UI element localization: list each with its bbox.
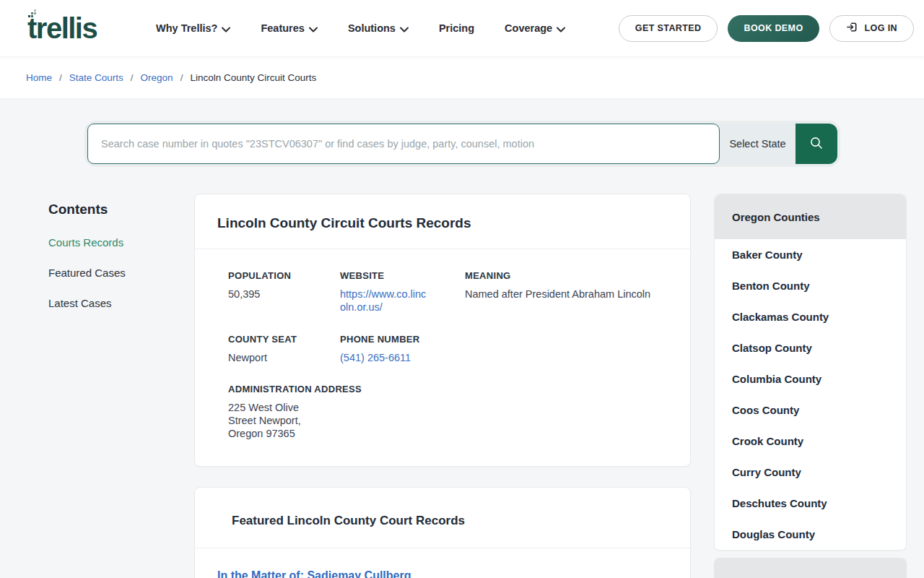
featured-case-link[interactable]: In the Matter of: Sadiemay Cullberg — [217, 569, 668, 578]
page-title: Lincoln County Circuit Courts Records — [217, 215, 668, 231]
county-item-coos[interactable]: Coos County — [715, 394, 906, 426]
featured-cases-card: Featured Lincoln County Court Records In… — [194, 487, 691, 578]
county-item-deschutes[interactable]: Deschutes County — [715, 488, 906, 519]
magnifier-icon — [808, 135, 824, 153]
next-panel-header[interactable] — [714, 558, 907, 578]
nav-item-pricing[interactable]: Pricing — [439, 22, 474, 34]
fact-label: COUNTY SEAT — [228, 334, 340, 345]
page-content: Select State Contents Courts Records Fea… — [0, 99, 924, 578]
nav-item-features[interactable]: Features — [261, 22, 317, 35]
breadcrumb: Home / State Courts / Oregon / Lincoln C… — [26, 72, 316, 83]
fact-county-seat: COUNTY SEAT Newport — [228, 334, 340, 364]
breadcrumb-oregon[interactable]: Oregon — [141, 72, 173, 83]
fact-population: POPULATION 50,395 — [228, 270, 340, 314]
chevron-down-icon — [557, 23, 565, 35]
chevron-down-icon — [400, 23, 409, 35]
fact-label: MEANING — [465, 270, 668, 281]
contents-title: Contents — [48, 202, 126, 217]
main-navigation: Why Trellis? Features Solutions Pricing … — [156, 22, 565, 35]
fact-label: PHONE NUMBER — [340, 334, 465, 345]
website-link[interactable]: https://www.co.lincoln.or.us/ — [340, 288, 431, 314]
log-in-button[interactable]: LOG IN — [829, 15, 914, 42]
fact-value: Named after President Abraham Lincoln — [465, 288, 668, 301]
nav-item-coverage[interactable]: Coverage — [505, 22, 565, 35]
fact-label: ADMINISTRATION ADDRESS — [228, 384, 340, 394]
county-item-crook[interactable]: Crook County — [715, 426, 906, 457]
fact-meaning: MEANING Named after President Abraham Li… — [465, 270, 668, 314]
chevron-down-icon — [222, 23, 230, 35]
fact-administration-address: ADMINISTRATION ADDRESS 225 West Olive St… — [228, 384, 340, 441]
fact-value: Newport — [228, 351, 340, 364]
chevron-down-icon — [309, 23, 318, 35]
case-search-bar: Select State — [87, 124, 837, 164]
fact-label: WEBSITE — [340, 270, 465, 281]
breadcrumb-separator: / — [59, 72, 62, 83]
search-button[interactable] — [796, 124, 837, 164]
featured-cases-title: Featured Lincoln County Court Records — [232, 514, 668, 528]
site-header: trellis Why Trellis? Features Solutions … — [0, 0, 924, 56]
breadcrumb-current-page: Lincoln County Circuit Courts — [190, 72, 316, 83]
county-item-columbia[interactable]: Columbia County — [715, 363, 906, 394]
logo-pixel-icon — [28, 9, 38, 18]
county-item-baker[interactable]: Baker County — [715, 239, 906, 270]
court-card-header: Lincoln County Circuit Courts Records — [195, 194, 690, 249]
contents-sidebar: Contents Courts Records Featured Cases L… — [48, 202, 126, 327]
sidebar-item-courts-records[interactable]: Courts Records — [48, 236, 126, 249]
county-item-benton[interactable]: Benton County — [715, 270, 906, 301]
fact-label: POPULATION — [228, 270, 340, 281]
search-input[interactable] — [87, 124, 720, 164]
county-item-douglas[interactable]: Douglas County — [715, 519, 906, 550]
sidebar-item-featured-cases[interactable]: Featured Cases — [48, 267, 126, 279]
login-icon — [846, 21, 858, 35]
breadcrumb-separator: / — [180, 72, 183, 83]
oregon-counties-panel: Oregon Counties Baker County Benton Coun… — [714, 194, 907, 551]
book-demo-button[interactable]: BOOK DEMO — [728, 15, 819, 42]
fact-value: 50,395 — [228, 288, 340, 301]
fact-phone-number: PHONE NUMBER (541) 265-6611 — [340, 334, 465, 364]
select-state-dropdown[interactable]: Select State — [720, 124, 796, 164]
court-facts-grid: POPULATION 50,395 WEBSITE https://www.co… — [195, 249, 690, 441]
phone-link[interactable]: (541) 265-6611 — [340, 351, 465, 364]
oregon-counties-header[interactable]: Oregon Counties — [715, 194, 906, 239]
logo-text: trellis — [27, 14, 121, 43]
county-item-clatsop[interactable]: Clatsop County — [715, 332, 906, 363]
county-item-clackamas[interactable]: Clackamas County — [715, 301, 906, 332]
get-started-button[interactable]: GET STARTED — [619, 15, 718, 42]
featured-card-header: Featured Lincoln County Court Records — [195, 488, 690, 548]
nav-item-solutions[interactable]: Solutions — [348, 22, 409, 35]
breadcrumb-state-courts[interactable]: State Courts — [69, 72, 123, 83]
fact-website: WEBSITE https://www.co.lincoln.or.us/ — [340, 270, 465, 314]
sidebar-item-latest-cases[interactable]: Latest Cases — [48, 297, 126, 309]
trellis-logo[interactable]: trellis — [27, 14, 121, 43]
county-item-curry[interactable]: Curry County — [715, 457, 906, 488]
court-records-card: Lincoln County Circuit Courts Records PO… — [194, 194, 691, 467]
facts-grid-spacer — [465, 334, 668, 364]
breadcrumb-home[interactable]: Home — [26, 72, 52, 83]
nav-item-why-trellis[interactable]: Why Trellis? — [156, 22, 230, 35]
fact-value: 225 West Olive Street Newport, Oregon 97… — [228, 401, 309, 441]
header-actions: GET STARTED BOOK DEMO LOG IN — [619, 15, 914, 42]
breadcrumb-bar: Home / State Courts / Oregon / Lincoln C… — [0, 56, 924, 99]
breadcrumb-separator: / — [131, 72, 134, 83]
